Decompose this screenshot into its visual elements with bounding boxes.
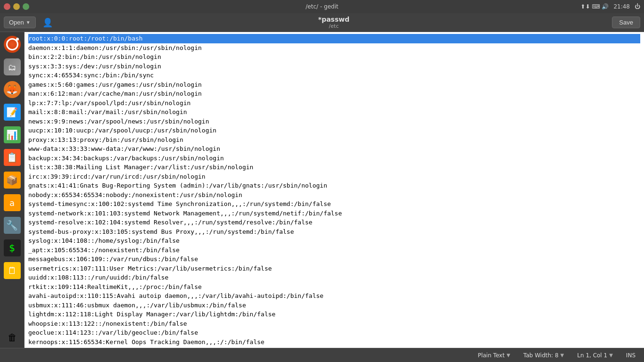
editor-line: usermetrics:x:107:111:User Metrics:/var/… (28, 264, 640, 273)
sidebar-item-files[interactable]: 🗂 (2, 57, 23, 77)
editor-line: sys:x:3:3:sys:/dev:/usr/sbin/nologin (28, 62, 640, 71)
editor-line: rtkit:x:109:114:RealtimeKit,,,:/proc:/bi… (28, 282, 640, 292)
editor-line: gnats:x:41:41:Gnats Bug-Reporting System… (28, 181, 640, 190)
editor-line: syslog:x:104:108::/home/syslog:/bin/fals… (28, 236, 640, 246)
editor-line: proxy:x:13:13:proxy:/bin:/usr/sbin/nolog… (28, 135, 640, 145)
editor-line: _apt:x:105:65534::/nonexistent:/bin/fals… (28, 246, 640, 255)
add-file-button[interactable]: 👤 (40, 16, 56, 30)
editor-line: sync:x:4:65534:sync:/bin:/bin/sync (28, 71, 640, 80)
highlighted-line: root:x:0:0:root:/root:/bin/bash (28, 34, 640, 43)
amazon-icon: a (4, 194, 21, 211)
editor-line: lightdm:x:112:118:Light Display Manager:… (28, 310, 640, 319)
tab-width-label: Tab Width: 8 (523, 352, 558, 359)
sidebar-item-notes[interactable]: 🗒 (2, 260, 23, 281)
sidebar-item-calc[interactable]: 📊 (2, 124, 23, 145)
editor-line: messagebus:x:106:109::/var/run/dbus:/bin… (28, 255, 640, 264)
editor-line: uucp:x:10:10:uucp:/var/spool/uucp:/usr/s… (28, 126, 640, 135)
ln-col-dropdown-arrow: ▼ (609, 353, 613, 358)
main-area: 🗂 🦊 📝 📊 📋 📦 a 🔧 $ (0, 32, 644, 348)
terminal-icon: $ (4, 239, 21, 256)
editor-line: whoopsie:x:113:122::/nonexistent:/bin/fa… (28, 319, 640, 329)
statusbar: Plain Text ▼ Tab Width: 8 ▼ Ln 1, Col 1 … (0, 348, 644, 362)
system-tray: ⬆⬇ ⌨ 🔊 21:48 ⏻ (580, 3, 640, 10)
sidebar-item-terminal[interactable]: $ (2, 238, 23, 258)
sidebar-item-settings[interactable]: 🔧 (2, 215, 23, 236)
tab-width-selector[interactable]: Tab Width: 8 ▼ (520, 351, 567, 360)
sidebar-item-ubuntu[interactable] (2, 34, 23, 55)
toolbar: Open ▼ 👤 *passwd /etc Save (0, 13, 644, 32)
editor-container: root:x:0:0:root:/root:/bin/bashdaemon:x:… (25, 32, 644, 348)
plain-text-label: Plain Text (478, 352, 504, 359)
settings-icon: 🔧 (4, 217, 21, 234)
tray-icons: ⬆⬇ ⌨ 🔊 (580, 3, 609, 10)
trash-icon: 🗑 (4, 329, 21, 346)
ln-col-label: Ln 1, Col 1 (577, 352, 607, 359)
editor-line: kernoops:x:115:65534:Kernel Oops Trackin… (28, 337, 640, 347)
editor-line: avahi-autoipd:x:110:115:Avahi autoip dae… (28, 291, 640, 301)
editor-line: systemd-network:x:101:103:systemd Networ… (28, 209, 640, 218)
notes-icon: 🗒 (4, 262, 21, 279)
editor-line: irc:x:39:39:ircd:/var/run/ircd:/usr/sbin… (28, 172, 640, 181)
sidebar-item-writer[interactable]: 📝 (2, 102, 23, 123)
titlebar: /etc/ - gedit ⬆⬇ ⌨ 🔊 21:48 ⏻ (0, 0, 644, 13)
close-button[interactable] (4, 3, 10, 10)
editor-line: lp:x:7:7:lp:/var/spool/lpd:/usr/sbin/nol… (28, 99, 640, 108)
editor-line: bin:x:2:2:bin:/bin:/usr/sbin/nologin (28, 52, 640, 62)
sidebar-item-trash[interactable]: 🗑 (2, 327, 23, 348)
editor-line: speech-dispatcher:x:116:29:Speech Dispat… (28, 346, 640, 348)
file-name: *passwd (59, 16, 609, 23)
sidebar-item-software[interactable]: 📦 (2, 170, 23, 190)
save-button[interactable]: Save (612, 16, 640, 28)
plain-text-dropdown-arrow: ▼ (506, 353, 510, 358)
window-title: /etc/ - gedit (305, 3, 338, 10)
sidebar: 🗂 🦊 📝 📊 📋 📦 a 🔧 $ (0, 32, 25, 348)
editor-line: systemd-timesync:x:100:102:systemd Time … (28, 199, 640, 209)
ln-col-indicator[interactable]: Ln 1, Col 1 ▼ (574, 351, 616, 360)
power-icon: ⏻ (635, 3, 640, 10)
minimize-button[interactable] (13, 3, 20, 10)
editor-line: usbmux:x:111:46:usbmux daemon,,,:/var/li… (28, 301, 640, 310)
editor-line: mail:x:8:8:mail:/var/mail:/usr/sbin/nolo… (28, 107, 640, 117)
editor[interactable]: root:x:0:0:root:/root:/bin/bashdaemon:x:… (25, 32, 644, 348)
file-info: *passwd /etc (59, 16, 609, 29)
plain-text-selector[interactable]: Plain Text ▼ (475, 351, 513, 360)
clock: 21:48 (613, 3, 630, 10)
tab-width-dropdown-arrow: ▼ (561, 353, 564, 358)
editor-line: games:x:5:60:games:/usr/games:/usr/sbin/… (28, 80, 640, 90)
sidebar-item-impress[interactable]: 📋 (2, 147, 23, 168)
editor-line: man:x:6:12:man:/var/cache/man:/usr/sbin/… (28, 89, 640, 99)
editor-line: systemd-resolve:x:102:104:systemd Resolv… (28, 218, 640, 227)
editor-line: daemon:x:1:1:daemon:/usr/sbin:/usr/sbin/… (28, 43, 640, 53)
impress-icon: 📋 (4, 149, 21, 166)
window-controls (4, 3, 29, 10)
editor-line: systemd-bus-proxy:x:103:105:systemd Bus … (28, 227, 640, 237)
maximize-button[interactable] (23, 3, 29, 10)
editor-lines: daemon:x:1:1:daemon:/usr/sbin:/usr/sbin/… (28, 43, 640, 348)
open-button[interactable]: Open ▼ (4, 16, 36, 28)
sidebar-item-firefox[interactable]: 🦊 (2, 79, 23, 100)
sidebar-item-amazon[interactable]: a (2, 192, 23, 213)
ins-label: INS (626, 352, 636, 359)
ins-indicator: INS (623, 351, 638, 360)
files-icon: 🗂 (4, 58, 21, 75)
editor-line: news:x:9:9:news:/var/spool/news:/usr/sbi… (28, 117, 640, 126)
open-dropdown-arrow: ▼ (26, 20, 31, 25)
firefox-icon: 🦊 (4, 81, 21, 98)
editor-line: nobody:x:65534:65534:nobody:/nonexistent… (28, 190, 640, 200)
editor-line: uuidd:x:108:113::/run/uuidd:/bin/false (28, 273, 640, 282)
software-icon: 📦 (4, 172, 21, 189)
editor-line: www-data:x:33:33:www-data:/var/www:/usr/… (28, 144, 640, 154)
ubuntu-logo-icon (4, 36, 21, 53)
writer-icon: 📝 (4, 104, 21, 121)
file-path: /etc (59, 23, 609, 29)
editor-line: geoclue:x:114:123::/var/lib/geoclue:/bin… (28, 328, 640, 337)
editor-line: backup:x:34:34:backups:/var/backups:/usr… (28, 154, 640, 163)
editor-line: list:x:38:38:Mailing List Manager:/var/l… (28, 163, 640, 172)
calc-icon: 📊 (4, 126, 21, 143)
